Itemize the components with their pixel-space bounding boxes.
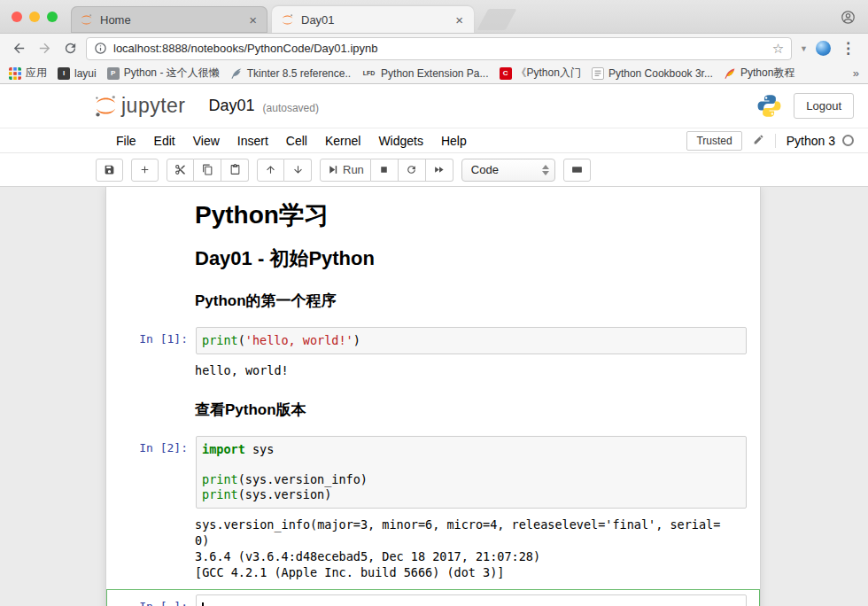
output-prompt — [106, 361, 195, 378]
interrupt-kernel-button[interactable] — [371, 159, 399, 182]
markdown-cell-h3-first-program[interactable]: Python的第一个程序 — [106, 292, 760, 310]
bookmark-python-tutorial[interactable]: Python教程 — [724, 66, 794, 81]
tab-close-icon[interactable]: × — [247, 13, 259, 27]
lfd-favicon: LFD — [361, 67, 376, 80]
markdown-cell-h2[interactable]: Day01 - 初始Python — [106, 247, 760, 270]
bookmark-python-cookbook[interactable]: Python Cookbook 3r... — [592, 67, 713, 80]
input-prompt: In [ ]: — [107, 594, 196, 606]
code-cell-2[interactable]: In [2]: import sys print(sys.version_inf… — [106, 435, 760, 509]
trusted-badge[interactable]: Trusted — [686, 131, 741, 151]
address-bar[interactable]: localhost:8888/notebooks/PythonCode/Day0… — [86, 37, 792, 60]
python-logo-icon — [756, 93, 782, 119]
output-cell-2: sys.version_info(major=3, minor=6, micro… — [106, 515, 760, 580]
menu-kernel[interactable]: Kernel — [316, 130, 369, 152]
run-cell-button[interactable]: Run — [320, 159, 371, 182]
bookmark-python-blog[interactable]: P Python - 这个人很懒 — [107, 66, 220, 81]
kernel-name: Python 3 — [787, 134, 835, 148]
select-stepper-icon — [542, 165, 549, 175]
feather-icon — [230, 67, 243, 80]
command-palette-button[interactable] — [563, 159, 591, 182]
bookmarks-overflow-chevron[interactable]: » — [853, 66, 859, 80]
divider — [775, 134, 776, 148]
save-button[interactable] — [96, 159, 123, 182]
cell-type-value: Code — [471, 163, 499, 176]
code-cell-1[interactable]: In [1]: print('hello, world!') — [106, 326, 760, 355]
heading-day01: Day01 - 初始Python — [195, 247, 748, 270]
logout-button[interactable]: Logout — [794, 93, 854, 119]
bookmark-lfd-python-extensions[interactable]: LFD Python Extension Pa... — [361, 67, 488, 80]
window-minimize-button[interactable] — [29, 12, 40, 22]
move-cell-up-button[interactable] — [257, 159, 284, 182]
window-controls — [12, 12, 58, 22]
heading-check-version: 查看Python版本 — [195, 401, 748, 419]
jupyter-logo-icon — [94, 94, 118, 118]
browser-tab-home[interactable]: Home × — [71, 6, 267, 33]
jupyter-favicon-icon — [281, 13, 294, 27]
menu-file[interactable]: File — [107, 130, 145, 152]
notebook-menubar: File Edit View Insert Cell Kernel Widget… — [0, 128, 868, 153]
add-cell-button[interactable] — [131, 159, 159, 182]
browser-menu-icon[interactable]: ⋮ — [837, 39, 859, 58]
document-icon — [592, 67, 604, 80]
markdown-cell-h1[interactable]: Python学习 — [106, 201, 760, 229]
edit-title-pencil-icon[interactable] — [753, 134, 764, 148]
restart-run-all-button[interactable] — [426, 159, 453, 182]
apps-grid-icon — [9, 67, 21, 80]
run-label: Run — [343, 163, 364, 176]
cut-cell-button[interactable] — [167, 159, 194, 182]
page-info-icon[interactable] — [94, 42, 107, 55]
reload-button[interactable] — [60, 39, 80, 58]
notebook-title[interactable]: Day01 — [209, 97, 255, 115]
markdown-cell-h3-version[interactable]: 查看Python版本 — [106, 401, 760, 419]
text-cursor — [202, 602, 204, 606]
jupyter-header: jupyter Day01 (autosaved) Logout — [0, 84, 868, 128]
layui-favicon: l — [58, 67, 70, 80]
bookmark-label: 《Python入门 — [516, 66, 581, 81]
new-tab-button[interactable] — [477, 9, 517, 30]
bookmark-python-intro[interactable]: C 《Python入门 — [500, 66, 581, 81]
menu-edit[interactable]: Edit — [145, 130, 184, 152]
window-zoom-button[interactable] — [47, 12, 58, 22]
csdn-c-favicon: C — [500, 67, 512, 80]
menu-cell[interactable]: Cell — [277, 130, 316, 152]
bookmark-layui[interactable]: l layui — [58, 67, 97, 80]
extension-globe-icon[interactable] — [816, 41, 831, 56]
python-blog-favicon: P — [107, 67, 120, 80]
cell-type-select[interactable]: Code — [461, 159, 555, 182]
code-cell-empty-selected[interactable]: In [ ]: — [106, 589, 760, 606]
dropdown-triangle-icon[interactable]: ▼ — [798, 44, 810, 53]
code-input-2[interactable]: import sys print(sys.version_info)print(… — [196, 436, 747, 509]
bookmark-label: layui — [74, 67, 97, 80]
bookmark-apps[interactable]: 应用 — [9, 66, 47, 81]
copy-cell-button[interactable] — [194, 159, 221, 182]
window-close-button[interactable] — [12, 12, 22, 22]
bookmark-tkinter[interactable]: Tkinter 8.5 reference.. — [230, 67, 351, 80]
browser-tab-day01[interactable]: Day01 × — [272, 6, 474, 33]
menu-help[interactable]: Help — [432, 130, 476, 152]
profile-avatar-icon[interactable] — [841, 10, 856, 25]
code-input-empty[interactable] — [196, 594, 747, 606]
code-input-1[interactable]: print('hello, world!') — [196, 327, 747, 354]
bookmarks-bar: 应用 l layui P Python - 这个人很懒 Tkinter 8.5 … — [0, 63, 868, 84]
tab-title: Day01 — [301, 13, 453, 27]
paste-cell-button[interactable] — [221, 159, 249, 182]
notebook-scroll-area[interactable]: Python学习 Day01 - 初始Python Python的第一个程序 I… — [0, 186, 868, 606]
jupyter-favicon-icon — [80, 13, 93, 27]
menu-widgets[interactable]: Widgets — [369, 130, 432, 152]
back-button[interactable] — [9, 39, 28, 58]
bookmark-star-icon[interactable]: ☆ — [772, 41, 784, 57]
menu-view[interactable]: View — [184, 130, 229, 152]
forward-button[interactable] — [35, 39, 54, 58]
jupyter-logo-text: jupyter — [121, 94, 186, 118]
menu-insert[interactable]: Insert — [229, 130, 277, 152]
kernel-idle-icon — [842, 135, 854, 146]
tab-close-icon[interactable]: × — [453, 13, 465, 27]
bookmark-label: Python - 这个人很懒 — [124, 66, 220, 81]
restart-kernel-button[interactable] — [399, 159, 426, 182]
browser-tab-strip: Home × Day01 × — [0, 0, 868, 34]
output-prompt — [106, 515, 195, 580]
autosave-status: (autosaved) — [263, 98, 319, 114]
browser-toolbar: localhost:8888/notebooks/PythonCode/Day0… — [0, 34, 868, 63]
jupyter-logo[interactable]: jupyter — [94, 94, 186, 118]
move-cell-down-button[interactable] — [284, 159, 312, 182]
